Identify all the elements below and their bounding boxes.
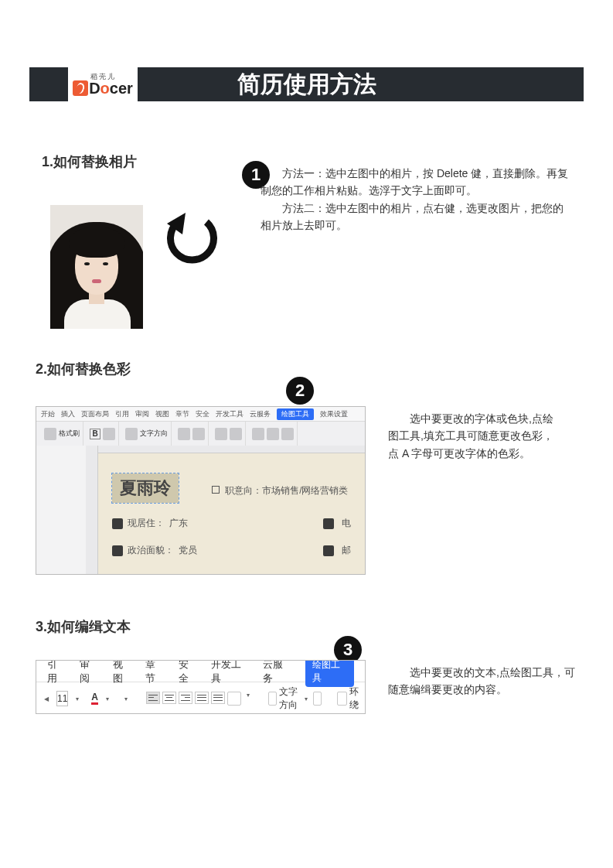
person-icon	[112, 545, 123, 556]
align-dist-icon	[211, 692, 225, 704]
section-3-text: 选中要更改的文本,点绘图工具，可随意编缉要更改的内容。	[388, 664, 577, 699]
line-spacing-icon	[227, 692, 241, 706]
sample-photo	[50, 205, 143, 329]
tab-drawing-tools: 绘图工具	[277, 408, 314, 420]
selected-name-block: 夏雨玲	[112, 473, 179, 503]
wrap-icon	[178, 428, 190, 440]
ribbon-tabs: 开始 插入 页面布局 引用 审阅 视图 章节 安全 开发工具 云服务 绘图工具 …	[36, 407, 365, 421]
ribbon-tabs-3: 引用 审阅 视图 章节 安全 开发工具 云服务 绘图工具	[36, 661, 365, 682]
curved-arrow-icon	[164, 213, 218, 267]
docer-logo: 稻壳儿 Docer	[68, 67, 138, 101]
phone-icon	[323, 518, 334, 529]
document-canvas: 夏雨玲 职意向：市场销售/网络营销类 现居住： 广东 电 政治面貌： 党员 邮	[98, 453, 365, 574]
ribbon-toolbar-3: ◀ 11 ▾ A▾ ▾ ▾ 文字方向▾ 环绕▾	[36, 682, 365, 714]
align-right-icon	[179, 692, 192, 704]
screenshot-text-edit: 引用 审阅 视图 章节 安全 开发工具 云服务 绘图工具 ◀ 11 ▾ A▾ ▾…	[36, 660, 366, 714]
step-2-badge: 2	[286, 377, 314, 405]
header-bar: 稻壳儿 Docer 简历使用方法	[29, 67, 584, 101]
ribbon-toolbar: 格式刷 B 文字方向	[36, 421, 365, 446]
screenshot-color-change: 开始 插入 页面布局 引用 审阅 视图 章节 安全 开发工具 云服务 绘图工具 …	[36, 406, 366, 575]
paste-icon	[44, 428, 56, 440]
section-2-text: 选中要更改的字体或色块,点绘图工具,填充工具可随意更改色彩，点 A 字母可更改字…	[388, 410, 554, 462]
fill-icon	[215, 428, 227, 440]
align-justify-icon	[195, 692, 209, 704]
location-icon	[112, 518, 123, 529]
margins-icon	[313, 692, 322, 706]
font-size-box: 11	[56, 691, 68, 706]
section-1-heading: 1.如何替换相片	[42, 152, 137, 171]
outline-icon	[230, 428, 242, 440]
section-1-text: 方法一：选中左图中的相片，按 Delete 健，直接删除。再复制您的工作相片粘贴…	[261, 165, 574, 234]
text-direction-icon	[268, 692, 277, 706]
align-left-icon	[146, 692, 160, 704]
chevron-down-icon: ▾	[76, 695, 79, 702]
tab-drawing-tools-3: 绘图工具	[305, 660, 354, 687]
ruler-vertical	[86, 446, 98, 574]
ruler-horizontal	[86, 446, 365, 453]
logo-leaf-icon	[73, 80, 88, 96]
section-2-heading: 2.如何替换色彩	[36, 360, 131, 378]
font-icon	[103, 428, 115, 440]
text-direction-icon	[125, 428, 138, 440]
font-color-icon: A	[91, 692, 98, 705]
briefcase-icon	[212, 486, 220, 494]
chevron-left-icon: ◀	[44, 695, 49, 702]
mail-icon	[323, 545, 334, 556]
wrap-icon	[337, 692, 347, 706]
section-3-heading: 3.如何编缉文本	[36, 617, 131, 636]
align-center-icon	[162, 692, 176, 704]
